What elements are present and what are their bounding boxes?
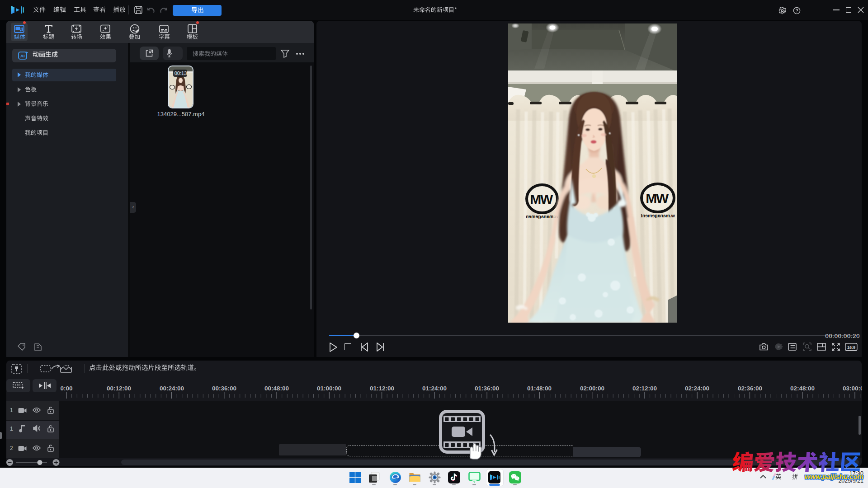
svg-text:16:9: 16:9	[847, 345, 855, 350]
svg-text:AI: AI	[20, 53, 25, 58]
svg-text:WM: WM	[531, 192, 553, 206]
svg-text:w.management: w.management	[641, 213, 675, 218]
svg-text:WM: WM	[646, 191, 669, 206]
svg-text:w.managemen: w.managemen	[526, 214, 559, 219]
